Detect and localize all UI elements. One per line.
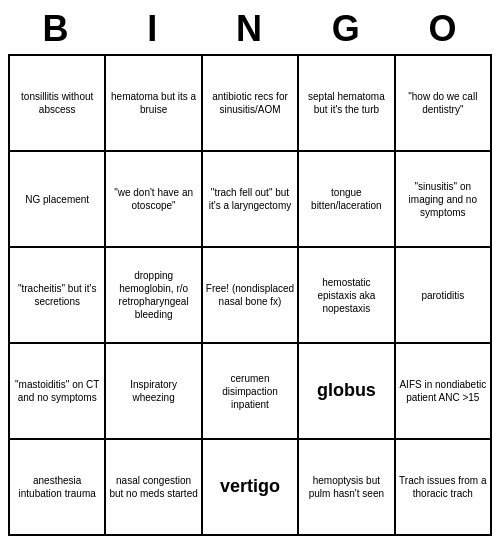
title-letter: N — [202, 8, 299, 50]
bingo-cell-6: "we don't have an otoscope" — [105, 151, 201, 247]
bingo-cell-0: tonsillitis without abscess — [9, 55, 105, 151]
bingo-cell-23: hemoptysis but pulm hasn't seen — [298, 439, 394, 535]
bingo-cell-15: "mastoiditis" on CT and no symptoms — [9, 343, 105, 439]
bingo-cell-3: septal hematoma but it's the turb — [298, 55, 394, 151]
bingo-cell-1: hematoma but its a bruise — [105, 55, 201, 151]
bingo-cell-22: vertigo — [202, 439, 298, 535]
bingo-cell-4: "how do we call dentistry" — [395, 55, 491, 151]
bingo-cell-11: dropping hemoglobin, r/o retropharyngeal… — [105, 247, 201, 343]
bingo-grid: tonsillitis without abscesshematoma but … — [8, 54, 492, 536]
bingo-cell-24: Trach issues from a thoracic trach — [395, 439, 491, 535]
title-letter: B — [8, 8, 105, 50]
bingo-cell-5: NG placement — [9, 151, 105, 247]
bingo-cell-20: anesthesia intubation trauma — [9, 439, 105, 535]
bingo-cell-14: parotiditis — [395, 247, 491, 343]
bingo-cell-19: AIFS in nondiabetic patient ANC >15 — [395, 343, 491, 439]
bingo-cell-12: Free! (nondisplaced nasal bone fx) — [202, 247, 298, 343]
title-letter: G — [298, 8, 395, 50]
bingo-cell-21: nasal congestion but no meds started — [105, 439, 201, 535]
title-letter: O — [395, 8, 492, 50]
bingo-cell-2: antibiotic recs for sinusitis/AOM — [202, 55, 298, 151]
bingo-cell-7: "trach fell out" but it's a laryngectomy — [202, 151, 298, 247]
bingo-cell-16: Inspiratory wheezing — [105, 343, 201, 439]
bingo-cell-10: "tracheitis" but it's secretions — [9, 247, 105, 343]
bingo-cell-9: "sinusitis" on imaging and no symptoms — [395, 151, 491, 247]
bingo-cell-17: cerumen disimpaction inpatient — [202, 343, 298, 439]
bingo-cell-13: hemostatic epistaxis aka nopestaxis — [298, 247, 394, 343]
bingo-cell-8: tongue bitten/laceration — [298, 151, 394, 247]
bingo-cell-18: globus — [298, 343, 394, 439]
bingo-title: BINGO — [8, 8, 492, 50]
title-letter: I — [105, 8, 202, 50]
